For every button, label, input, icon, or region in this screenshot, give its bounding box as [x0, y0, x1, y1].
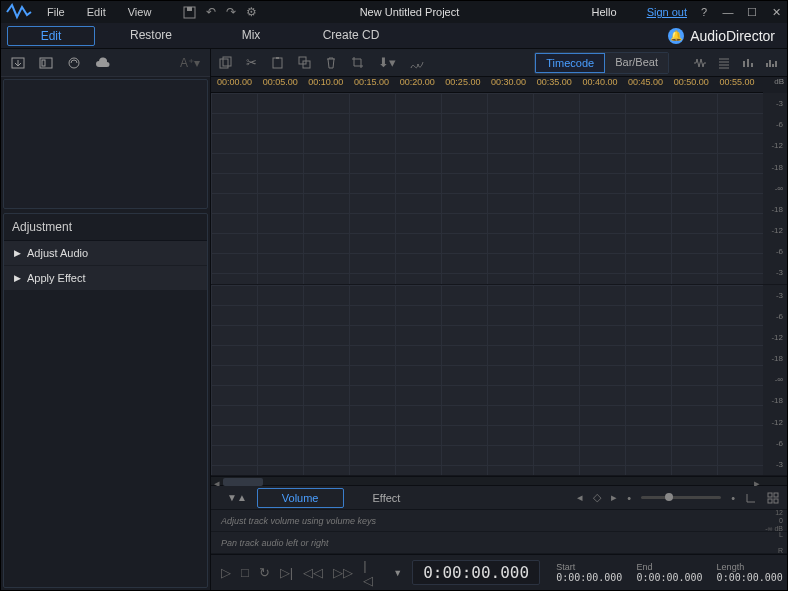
sign-out-link[interactable]: Sign out — [647, 6, 687, 18]
keyframe-add-icon[interactable]: ◇ — [593, 491, 601, 504]
cloud-icon[interactable] — [95, 57, 111, 69]
waveform-track-left[interactable] — [211, 93, 763, 285]
waveform-track-right[interactable] — [211, 285, 763, 477]
download-icon[interactable]: ⬇▾ — [378, 55, 396, 70]
db-tick: -18 — [763, 354, 783, 363]
settings-icon[interactable]: ⚙ — [246, 5, 257, 19]
length-label: Length — [717, 562, 783, 572]
db-tick: -3 — [763, 268, 783, 277]
minimize-icon[interactable]: — — [721, 5, 735, 19]
ruler-tick: 00:45.00 — [626, 77, 672, 92]
record-icon[interactable] — [67, 56, 81, 70]
text-size-icon[interactable]: A⁺▾ — [180, 56, 200, 70]
zoom-in-icon[interactable]: • — [731, 492, 735, 504]
paste-icon[interactable] — [271, 56, 284, 69]
start-value[interactable]: 0:00:00.000 — [556, 572, 622, 583]
maximize-icon[interactable]: ☐ — [745, 5, 759, 19]
cut-icon[interactable]: ✂ — [246, 55, 257, 70]
time-dropdown-icon[interactable]: ▼ — [393, 568, 402, 578]
mode-tab-mix[interactable]: Mix — [201, 24, 301, 48]
apply-effect-item[interactable]: ▶ Apply Effect — [4, 266, 207, 291]
waveform-view-icon[interactable] — [693, 57, 707, 69]
mode-tab-edit[interactable]: Edit — [7, 26, 95, 46]
db-tick: -3 — [763, 460, 783, 469]
ruler-tick: 00:00.00 — [215, 77, 261, 92]
ruler-tick: 00:05.00 — [261, 77, 307, 92]
menu-file[interactable]: File — [37, 4, 75, 20]
loop-button[interactable]: ↻ — [259, 565, 270, 580]
media-toolbar: A⁺▾ — [1, 49, 210, 77]
media-library[interactable] — [3, 79, 208, 209]
import-media-icon[interactable] — [11, 56, 25, 70]
db-tick: -6 — [763, 312, 783, 321]
mode-tab-createcd[interactable]: Create CD — [301, 24, 401, 48]
volume-scale: 12 0 -∞ dB — [765, 509, 783, 533]
db-tick: -18 — [763, 396, 783, 405]
save-icon[interactable] — [183, 6, 196, 19]
keyframe-prev-icon[interactable]: ◂ — [577, 491, 583, 504]
svg-rect-13 — [774, 493, 778, 497]
expand-icon: ▶ — [14, 248, 21, 258]
play-button[interactable]: ▷ — [221, 565, 231, 580]
ruler-tick: 00:40.00 — [580, 77, 626, 92]
delete-icon[interactable] — [325, 56, 337, 69]
zoom-slider[interactable] — [641, 496, 721, 499]
svg-rect-7 — [223, 57, 231, 66]
menu-view[interactable]: View — [118, 4, 162, 20]
ruler-tick: 00:50.00 — [672, 77, 718, 92]
expand-icon: ▶ — [14, 273, 21, 283]
db-tick: -12 — [763, 333, 783, 342]
apply-effect-label: Apply Effect — [27, 272, 86, 284]
redo-icon[interactable]: ↷ — [226, 5, 236, 19]
db-tick: -18 — [763, 205, 783, 214]
end-value[interactable]: 0:00:00.000 — [636, 572, 702, 583]
notification-bell-icon[interactable]: 🔔 — [668, 28, 684, 44]
spectral-view-icon[interactable] — [717, 57, 731, 69]
grid-icon[interactable] — [767, 492, 779, 504]
export-media-icon[interactable] — [39, 56, 53, 70]
adjust-audio-item[interactable]: ▶ Adjust Audio — [4, 241, 207, 266]
length-value[interactable]: 0:00:00.000 — [717, 572, 783, 583]
rewind-button[interactable]: ◁◁ — [303, 565, 323, 580]
normalize-icon[interactable] — [410, 57, 424, 69]
stop-button[interactable]: □ — [241, 565, 249, 580]
bars-icon[interactable] — [765, 57, 779, 69]
menu-edit[interactable]: Edit — [77, 4, 116, 20]
keyframe-next-icon[interactable]: ▸ — [611, 491, 617, 504]
db-tick: -3 — [763, 99, 783, 108]
skip-end-button[interactable]: |◁ — [363, 558, 373, 588]
barbeat-button[interactable]: Bar/Beat — [605, 53, 668, 73]
db-tick: -18 — [763, 163, 783, 172]
zoom-out-icon[interactable]: • — [627, 492, 631, 504]
pan-scale: L R — [778, 531, 783, 555]
db-tick: -∞ — [763, 184, 783, 193]
duplicate-icon[interactable] — [298, 56, 311, 69]
tab-effect[interactable]: Effect — [348, 488, 426, 508]
undo-icon[interactable]: ↶ — [206, 5, 216, 19]
db-tick: -3 — [763, 291, 783, 300]
forward-button[interactable]: ▷▷ — [333, 565, 353, 580]
collapse-lower-icon[interactable]: ▼▲ — [219, 492, 255, 503]
db-scale: -3-6-12-18-∞-18-12-6-3 -3-6-12-18-∞-18-1… — [763, 93, 787, 476]
mode-tab-restore[interactable]: Restore — [101, 24, 201, 48]
brand-name: AudioDirector — [690, 28, 775, 44]
snap-icon[interactable] — [745, 492, 757, 504]
db-tick: -6 — [763, 120, 783, 129]
timecode-button[interactable]: Timecode — [535, 53, 605, 73]
lower-tab-bar: ▼▲ Volume Effect ◂ ◇ ▸ • • — [211, 486, 787, 510]
copy-icon[interactable] — [219, 56, 232, 69]
svg-rect-4 — [42, 60, 45, 66]
close-icon[interactable]: ✕ — [769, 5, 783, 19]
skip-start-button[interactable]: ▷| — [280, 565, 293, 580]
help-icon[interactable]: ? — [697, 5, 711, 19]
project-title: New Untitled Project — [257, 6, 561, 18]
horizontal-scrollbar[interactable]: ◂ ▸ — [211, 476, 787, 486]
pan-track-row[interactable]: Pan track audio left or right L R — [211, 532, 787, 554]
equalizer-icon[interactable] — [741, 57, 755, 69]
volume-track-row[interactable]: Adjust track volume using volume keys 12… — [211, 510, 787, 532]
crop-icon[interactable] — [351, 56, 364, 69]
tab-volume[interactable]: Volume — [257, 488, 344, 508]
timeline-ruler[interactable]: 00:00.0000:05.0000:10.0000:15.0000:20.00… — [211, 77, 763, 93]
current-time[interactable]: 0:00:00.000 — [412, 560, 540, 585]
adjustment-panel: Adjustment ▶ Adjust Audio ▶ Apply Effect — [3, 213, 208, 588]
